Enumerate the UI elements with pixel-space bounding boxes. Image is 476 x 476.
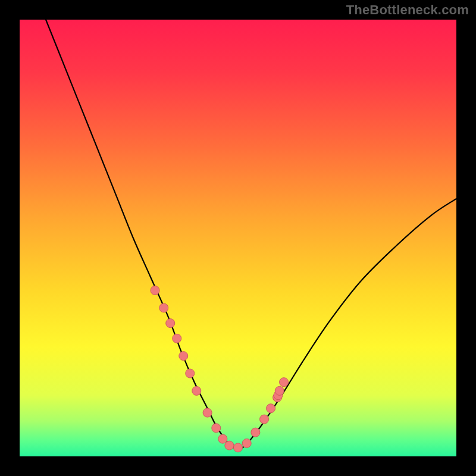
curve-marker <box>234 443 243 452</box>
curve-marker <box>275 386 284 395</box>
curve-marker <box>218 434 227 443</box>
curve-marker <box>166 319 175 328</box>
curve-marker <box>173 334 181 343</box>
curve-marker <box>251 428 260 437</box>
curve-marker <box>212 424 221 433</box>
curve-marker <box>267 404 275 413</box>
curve-marker <box>203 408 212 417</box>
curve-marker <box>179 352 188 361</box>
plot-background <box>20 20 456 456</box>
bottleneck-chart <box>0 0 476 476</box>
curve-marker <box>159 303 168 312</box>
curve-marker <box>192 386 201 395</box>
curve-marker <box>186 369 195 378</box>
watermark-label: TheBottleneck.com <box>346 2 469 18</box>
chart-frame: { "watermark": "TheBottleneck.com", "col… <box>0 0 476 476</box>
curve-marker <box>242 439 251 447</box>
curve-marker <box>280 378 289 387</box>
curve-marker <box>225 441 234 450</box>
curve-marker <box>260 415 269 424</box>
curve-marker <box>151 286 159 295</box>
